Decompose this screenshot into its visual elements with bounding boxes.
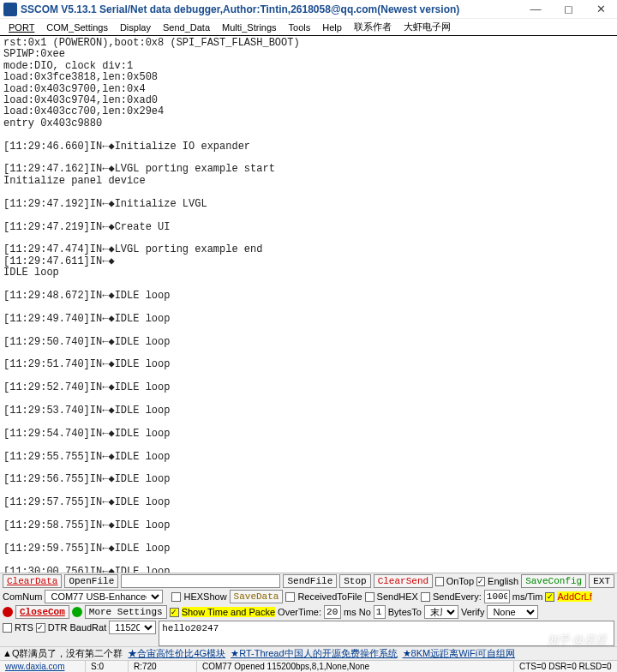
- show-time-checkbox[interactable]: [170, 608, 179, 617]
- titlebar: SSCOM V5.13.1 Serial/Net data debugger,A…: [0, 0, 617, 19]
- sendevery-input[interactable]: [484, 590, 510, 603]
- verify-select[interactable]: None: [487, 605, 538, 619]
- menu-com-settings[interactable]: COM_Settings: [41, 22, 113, 33]
- maximize-button[interactable]: ◻: [552, 0, 584, 19]
- more-settings-button[interactable]: More Settings: [85, 605, 167, 619]
- status-r: R:720: [129, 661, 197, 672]
- ext-button[interactable]: EXT: [589, 574, 614, 588]
- status-url[interactable]: www.daxia.com: [5, 662, 64, 671]
- show-time-label: Show Time and Packe: [182, 607, 275, 617]
- baudrate-label: BaudRat: [69, 622, 106, 633]
- stop-button[interactable]: Stop: [339, 574, 370, 588]
- addcrlf-checkbox[interactable]: [545, 592, 554, 602]
- ontop-label: OnTop: [446, 576, 474, 586]
- status-bar: www.daxia.com S:0 R:720 COM77 Opened 115…: [0, 660, 617, 672]
- bytesto-label: BytesTo: [388, 607, 422, 617]
- file-path-input[interactable]: [121, 574, 280, 588]
- baudrate-select[interactable]: 115200: [109, 621, 156, 634]
- promo-d[interactable]: ★8KM远距离WiFi可自组网: [403, 647, 516, 660]
- promo-a: ▲Q群满员了，没有第二个群: [3, 647, 123, 660]
- english-label: English: [488, 576, 518, 586]
- close-button[interactable]: ✕: [584, 0, 617, 19]
- sendevery-checkbox[interactable]: [421, 592, 430, 602]
- menu-port[interactable]: PORT: [3, 22, 39, 33]
- sendhex-checkbox[interactable]: [365, 592, 374, 602]
- sendevery-unit: ms/Tim: [512, 591, 543, 602]
- menu-display[interactable]: Display: [115, 22, 156, 33]
- no-input[interactable]: [374, 605, 386, 619]
- menu-contact[interactable]: 联系作者: [349, 21, 397, 33]
- close-com-button[interactable]: CloseCom: [15, 605, 69, 619]
- received-to-file-checkbox[interactable]: [285, 592, 295, 602]
- verify-label: Verify: [461, 607, 485, 617]
- menubar: PORT COM_Settings Display Send_Data Mult…: [0, 19, 617, 35]
- menu-daxia[interactable]: 大虾电子网: [398, 21, 456, 33]
- app-icon: [3, 3, 17, 16]
- save-config-button[interactable]: SaveConfig: [521, 574, 586, 588]
- comnum-label: ComNum: [3, 591, 42, 602]
- hexshow-checkbox[interactable]: [171, 592, 181, 602]
- overtime-label: OverTime:: [278, 607, 321, 617]
- overtime-unit: ms: [344, 607, 356, 617]
- clear-send-button[interactable]: ClearSend: [374, 574, 433, 588]
- overtime-input[interactable]: [324, 605, 341, 619]
- rts-checkbox[interactable]: [3, 623, 12, 633]
- minimize-button[interactable]: —: [519, 0, 552, 19]
- comnum-select[interactable]: COM77 USB-Enhanced-SERIAL: [45, 590, 163, 603]
- menu-tools[interactable]: Tools: [284, 22, 316, 33]
- hexshow-label: HEXShow: [183, 591, 226, 602]
- sendhex-label: SendHEX: [377, 591, 418, 602]
- menu-help[interactable]: Help: [317, 22, 347, 33]
- no-label: No: [359, 607, 371, 617]
- save-data-button[interactable]: SaveData: [230, 590, 284, 603]
- status-com: COM77 Opened 115200bps,8,1,None,None: [197, 661, 514, 672]
- refresh-icon[interactable]: [72, 607, 82, 617]
- english-checkbox[interactable]: [476, 577, 485, 586]
- dtr-label: DTR: [48, 622, 68, 633]
- menu-multi-strings[interactable]: Multi_Strings: [217, 22, 282, 33]
- sendevery-label: SendEvery:: [433, 591, 482, 602]
- port-status-icon: [3, 607, 13, 617]
- send-file-button[interactable]: SendFile: [283, 574, 337, 588]
- watermark: 知乎 @星星: [548, 633, 607, 648]
- menu-send-data[interactable]: Send_Data: [158, 22, 215, 33]
- terminal-output[interactable]: rst:0x1 (POWERON),boot:0x8 (SPI_FAST_FLA…: [0, 35, 617, 573]
- window-title: SSCOM V5.13.1 Serial/Net data debugger,A…: [21, 3, 519, 15]
- status-cts: CTS=0 DSR=0 RLSD=0: [514, 661, 617, 672]
- promo-bar: ▲Q群满员了，没有第二个群 ★合宙高性价比4G模块 ★RT-Thread中国人的…: [0, 646, 617, 660]
- received-to-file-label: ReceivedToFile: [297, 591, 362, 602]
- bytesto-select[interactable]: 末尾: [424, 605, 458, 619]
- status-s: S:0: [86, 661, 129, 672]
- addcrlf-label: AddCrLf: [557, 591, 591, 602]
- promo-c[interactable]: ★RT-Thread中国人的开源免费操作系统: [231, 647, 397, 660]
- ontop-checkbox[interactable]: [435, 577, 444, 586]
- open-file-button[interactable]: OpenFile: [64, 574, 118, 588]
- rts-label: RTS: [15, 622, 33, 633]
- promo-b[interactable]: ★合宙高性价比4G模块: [128, 647, 225, 660]
- dtr-checkbox[interactable]: [36, 623, 45, 633]
- send-textarea[interactable]: hello20247: [159, 621, 614, 646]
- clear-data-button[interactable]: ClearData: [3, 574, 62, 588]
